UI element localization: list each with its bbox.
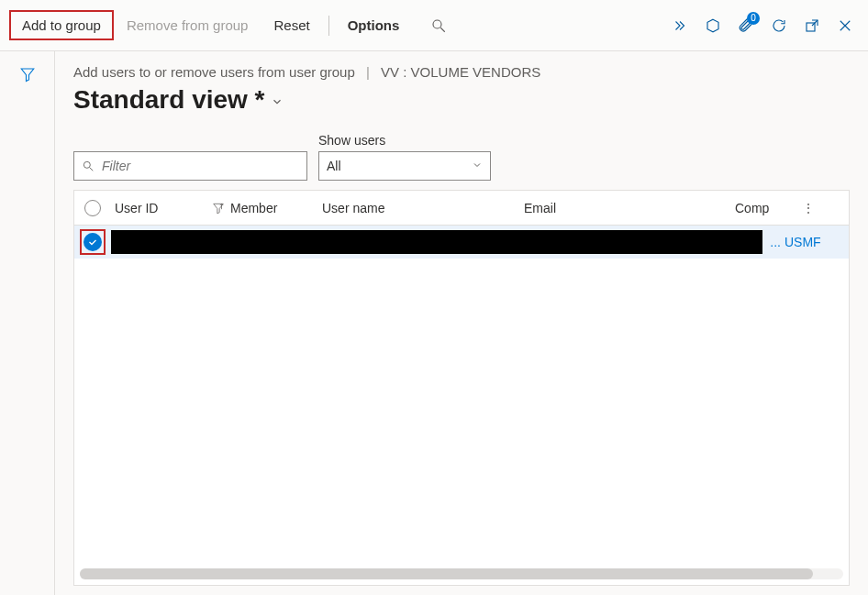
- col-user-name[interactable]: User name: [322, 201, 524, 215]
- table-row[interactable]: ... USMF: [74, 226, 849, 259]
- remove-from-group-button: Remove from group: [114, 10, 262, 40]
- chevron-down-icon: [271, 95, 284, 111]
- show-users-dropdown[interactable]: All: [318, 151, 491, 181]
- row-select-highlight: [80, 229, 106, 255]
- related-info-icon[interactable]: [670, 16, 690, 36]
- left-rail: [0, 51, 55, 595]
- search-icon[interactable]: [428, 16, 449, 36]
- col-user-id-label: User ID: [115, 201, 158, 215]
- horizontal-scrollbar[interactable]: [80, 568, 843, 579]
- popout-icon[interactable]: [802, 16, 822, 36]
- grid-body: ... USMF: [74, 226, 849, 563]
- attachments-icon[interactable]: 0: [736, 16, 756, 36]
- show-users-value: All: [327, 159, 341, 173]
- breadcrumb-context: VV : VOLUME VENDORS: [381, 64, 540, 80]
- select-all-circle[interactable]: [84, 200, 101, 216]
- scrollbar-thumb[interactable]: [80, 568, 813, 579]
- breadcrumb-separator: |: [366, 64, 370, 80]
- row-truncated-indicator: ...: [766, 235, 785, 249]
- attachments-badge: 0: [747, 12, 760, 25]
- chevron-down-icon: [472, 160, 483, 172]
- view-selector[interactable]: Standard view *: [73, 85, 850, 115]
- add-to-group-button[interactable]: Add to group: [9, 10, 114, 40]
- filter-input[interactable]: [100, 158, 299, 174]
- filter-pane-icon[interactable]: [17, 64, 38, 84]
- toolbar: Add to group Remove from group Reset Opt…: [0, 0, 868, 51]
- svg-point-7: [83, 161, 90, 168]
- row-select-cell[interactable]: [74, 229, 111, 255]
- col-user-id[interactable]: User ID: [111, 201, 230, 215]
- svg-line-1: [441, 28, 446, 32]
- filter-input-wrap[interactable]: [73, 151, 307, 181]
- main-content: Add users to or remove users from user g…: [55, 51, 868, 595]
- col-email[interactable]: Email: [524, 201, 735, 215]
- grid-header: User ID Member User name Email Comp ⋮: [74, 191, 849, 226]
- toolbar-left: Add to group Remove from group Reset Opt…: [9, 10, 449, 40]
- view-title-text: Standard view *: [73, 85, 265, 115]
- data-grid: User ID Member User name Email Comp ⋮: [73, 190, 850, 586]
- row-checked-icon[interactable]: [83, 233, 102, 251]
- show-users-label: Show users: [318, 133, 491, 148]
- svg-marker-6: [21, 69, 34, 82]
- svg-point-0: [433, 20, 441, 28]
- column-filter-icon[interactable]: [212, 202, 225, 215]
- breadcrumb: Add users to or remove users from user g…: [73, 64, 850, 80]
- reset-button[interactable]: Reset: [261, 10, 322, 40]
- col-member[interactable]: Member: [230, 201, 322, 215]
- search-icon: [82, 160, 95, 172]
- select-all-cell[interactable]: [74, 200, 111, 216]
- toolbar-right: 0: [670, 16, 859, 36]
- row-redacted-content: [111, 230, 762, 254]
- page-options-icon[interactable]: [703, 16, 723, 36]
- body: Add users to or remove users from user g…: [0, 51, 868, 595]
- show-users-group: Show users All: [318, 133, 491, 181]
- col-company[interactable]: Comp: [735, 201, 799, 215]
- breadcrumb-text: Add users to or remove users from user g…: [73, 64, 355, 80]
- options-button[interactable]: Options: [335, 10, 413, 40]
- refresh-icon[interactable]: [769, 16, 789, 36]
- toolbar-separator: [328, 16, 329, 36]
- close-icon[interactable]: [835, 16, 855, 36]
- svg-line-8: [90, 168, 94, 171]
- controls-row: Show users All: [73, 133, 850, 181]
- col-more[interactable]: ⋮: [799, 201, 818, 215]
- row-company: USMF: [785, 235, 849, 249]
